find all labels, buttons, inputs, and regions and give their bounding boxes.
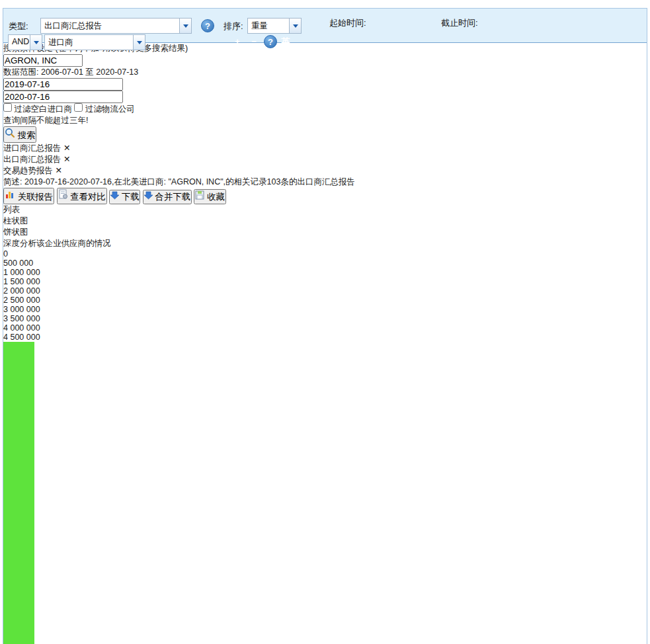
button-label: 关联报告 (18, 192, 53, 202)
end-date-input[interactable] (3, 91, 123, 103)
related-report-button[interactable]: 关联报告 (3, 188, 54, 204)
action-button-row: 关联报告 查看对比 下载 合 (3, 188, 647, 204)
y-tick-label: 4 500 000 (3, 333, 647, 342)
bar-chart-icon (5, 189, 15, 200)
end-date-field[interactable] (3, 91, 102, 103)
help-icon[interactable]: ? (264, 35, 277, 48)
summary-bar: 简述: 2019-07-16-2020-07-16,在北美进口商: "AGRON… (3, 177, 647, 204)
document-compare-icon (58, 189, 68, 200)
filter-blank-importer-checkbox[interactable] (3, 103, 12, 112)
chevron-down-icon[interactable] (289, 19, 301, 33)
keyword-input[interactable] (3, 54, 83, 67)
button-label: 合并下载 (155, 192, 190, 202)
type-label: 类型: (9, 20, 28, 32)
close-icon[interactable]: ✕ (55, 166, 61, 175)
view-tab-bar-chart[interactable]: 柱状图 (3, 216, 647, 227)
main-container: 类型: 出口商汇总报告 ? 排序: 重量 搜索条件设定 (在单词中加*用以获得更… (3, 8, 647, 644)
download-arrow-icon (144, 191, 153, 200)
close-icon[interactable]: ✕ (63, 155, 70, 164)
view-tab-label: 饼状图 (3, 227, 28, 237)
sort-select[interactable]: 重量 (247, 18, 302, 34)
sort-label: 排序: (223, 20, 243, 32)
tab-label: 出口商汇总报告 (3, 155, 61, 164)
report-type-select[interactable]: 出口商汇总报告 (40, 18, 192, 34)
close-icon[interactable]: ✕ (63, 143, 70, 153)
search-icon (5, 128, 15, 138)
view-tabstrip: 列表 柱状图 饼状图 (3, 204, 647, 238)
y-tick-label: 500 000 (3, 259, 647, 268)
chevron-glyph (183, 24, 188, 30)
search-panel: 搜索条件设定 (在单词中加*用以获得更多搜索结果) AND 进口商 + − ? … (3, 43, 647, 143)
filter-blank-importer-option[interactable]: 过滤空白进口商 (3, 104, 74, 114)
filter-blank-importer-label: 过滤空白进口商 (14, 104, 72, 114)
y-tick-label: 0 (3, 249, 647, 259)
chevron-glyph (293, 24, 298, 30)
tab-trade-trend-report[interactable]: 交易趋势报告 ✕ (3, 165, 647, 177)
search-button-label: 搜索 (18, 130, 36, 140)
y-tick-label: 2 000 000 (3, 286, 647, 296)
y-tick-label: 3 500 000 (3, 314, 647, 323)
download-button[interactable]: 下载 (109, 190, 140, 204)
y-tick-label: 1 500 000 (3, 277, 647, 286)
tab-exporter-summary-report[interactable]: 出口商汇总报告 ✕ (3, 154, 647, 165)
button-label: 下载 (122, 192, 140, 202)
search-button[interactable]: 搜索 (3, 126, 36, 143)
filter-logistics-option[interactable]: 过滤物流公司 (74, 104, 134, 114)
language-toggle-button[interactable]: 英 (279, 35, 292, 48)
start-date-label: 起始时间: (329, 17, 366, 29)
report-type-value: 出口商汇总报告 (41, 19, 179, 33)
favorite-button[interactable]: 收藏 (194, 189, 225, 204)
report-summary-text: 简述: 2019-07-16-2020-07-16,在北美进口商: "AGRON… (3, 177, 647, 188)
remove-condition-icon[interactable]: − (247, 35, 261, 48)
search-field-select[interactable]: 进口商 (44, 34, 145, 50)
chevron-down-icon[interactable] (179, 19, 191, 33)
chevron-glyph (34, 41, 39, 47)
chevron-glyph (137, 41, 142, 47)
save-disk-icon (195, 190, 204, 200)
button-label: 收藏 (207, 192, 225, 202)
y-tick-label: 2 500 000 (3, 296, 647, 305)
bar-chart-panel: 深度分析该企业供应商的情况 0500 0001 000 0001 500 000… (3, 238, 647, 644)
end-date-label: 截止时间: (441, 17, 478, 29)
report-tabstrip: 进口商汇总报告 ✕ 出口商汇总报告 ✕ 交易趋势报告 ✕ (3, 143, 647, 177)
sort-value: 重量 (248, 19, 289, 33)
y-tick-label: 1 000 000 (3, 268, 647, 277)
y-tick-label: 4 000 000 (3, 323, 647, 333)
app-window: { "toolbar": { "type_label": "类型:", "typ… (0, 0, 650, 644)
merge-download-button[interactable]: 合并下载 (143, 190, 192, 204)
button-label: 查看对比 (70, 192, 105, 202)
query-interval-warning: 查询间隔不能超过三年! (3, 115, 647, 126)
tab-importer-summary-report[interactable]: 进口商汇总报告 ✕ (3, 143, 647, 154)
boolean-operator-select[interactable]: AND (8, 34, 42, 50)
view-tab-label: 列表 (3, 205, 20, 214)
boolean-operator-value: AND (9, 35, 30, 50)
chart-title: 深度分析该企业供应商的情况 (3, 238, 647, 249)
help-icon[interactable]: ? (201, 19, 214, 32)
chevron-down-icon[interactable] (30, 35, 42, 50)
bar[interactable] (3, 342, 34, 644)
view-tab-label: 柱状图 (3, 216, 28, 225)
view-tab-pie-chart[interactable]: 饼状图 (3, 227, 647, 238)
search-field-value: 进口商 (45, 35, 133, 50)
view-compare-button[interactable]: 查看对比 (57, 188, 107, 204)
plot-area: 0500 0001 000 0001 500 0002 000 0002 500… (3, 249, 647, 644)
view-tab-list[interactable]: 列表 (3, 204, 647, 216)
tab-label: 交易趋势报告 (3, 166, 53, 175)
filter-logistics-checkbox[interactable] (74, 103, 83, 112)
data-range-note: 数据范围: 2006-07-01 至 2020-07-13 (3, 67, 647, 78)
y-tick-label: 3 000 000 (3, 305, 647, 314)
start-date-field[interactable] (3, 78, 102, 91)
filter-logistics-label: 过滤物流公司 (85, 104, 135, 114)
add-condition-icon[interactable]: + (231, 35, 244, 48)
chevron-down-icon[interactable] (133, 35, 145, 50)
tab-label: 进口商汇总报告 (3, 143, 61, 153)
start-date-input[interactable] (3, 78, 123, 91)
download-arrow-icon (110, 191, 119, 200)
